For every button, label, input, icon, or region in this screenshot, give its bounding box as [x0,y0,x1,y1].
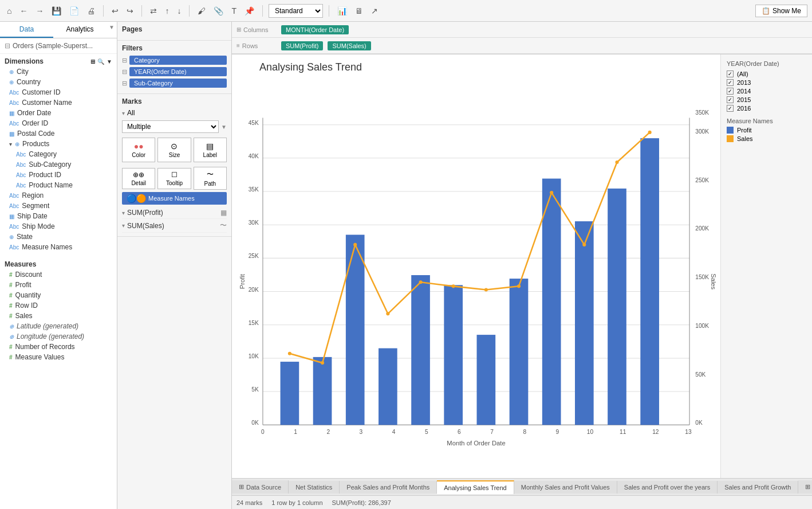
dim-segment[interactable]: Abc Segment [0,201,117,211]
redo-icon[interactable]: ↪ [124,5,136,17]
mea-num-records[interactable]: # Number of Records [0,342,117,352]
dim-customer-id[interactable]: Abc Customer ID [0,87,117,97]
bar-3[interactable] [346,235,365,425]
bar-10[interactable] [575,221,594,425]
dim-category[interactable]: Abc Category [0,149,117,159]
share-icon[interactable]: ↗ [369,5,380,17]
bar-5[interactable] [411,275,430,425]
mea-row-id[interactable]: # Row ID [0,300,117,311]
bar-6[interactable] [444,285,463,425]
tab-analysing-sales[interactable]: Analysing Sales Trend [437,480,514,494]
tab-analytics[interactable]: Analytics [53,22,107,38]
tab-peak-sales[interactable]: Peak Sales and Profit Months [340,481,437,494]
dim-state[interactable]: ⊕ State [0,232,117,242]
sum-sales-collapse[interactable]: ▾ [122,222,125,229]
bar-4[interactable] [379,349,397,425]
print-icon[interactable]: 🖨 [85,5,97,17]
rows-pill-sales[interactable]: SUM(Sales) [328,41,370,50]
search-icon[interactable]: 🔍 [97,58,104,65]
sum-profit-collapse[interactable]: ▾ [122,210,125,216]
mea-latitude[interactable]: ⊕ Latitude (generated) [0,321,117,331]
bar-2[interactable] [313,357,332,425]
dim-ship-date[interactable]: ▦ Ship Date [0,211,117,221]
legend-checkbox-2015[interactable]: ✓ [727,96,734,103]
paint-icon[interactable]: 🖌 [195,5,208,17]
marks-type-select[interactable]: Multiple [122,120,219,133]
dim-products-group[interactable]: ▾ ⊕ Products [0,139,117,149]
rows-pill-profit[interactable]: SUM(Profit) [281,41,323,50]
marks-dropdown-icon[interactable]: ▼ [221,124,227,130]
marks-tooltip-btn[interactable]: ☐ Tooltip [157,168,191,189]
show-me-button[interactable]: 📋 Show Me [755,5,807,17]
grid-icon[interactable]: ⊞ [90,58,95,65]
marks-detail-btn[interactable]: ⊕⊕ Detail [122,168,155,189]
tab-overview[interactable]: ⊞ Overview of the Superstore [798,480,812,494]
dim-sub-category[interactable]: Abc Sub-Category [0,159,117,170]
legend-year-2015[interactable]: ✓ 2015 [727,96,806,103]
save-icon[interactable]: 💾 [49,5,64,17]
undo-icon[interactable]: ↩ [109,5,121,17]
filter-remove-subcategory[interactable]: ⊟ [122,80,127,87]
tab-sales-profit-years[interactable]: Sales and Profit over the years [617,481,718,494]
legend-year-2014[interactable]: ✓ 2014 [727,88,806,95]
bar-7[interactable] [477,335,496,425]
dim-customer-name[interactable]: Abc Customer Name [0,97,117,108]
dim-city[interactable]: ⊕ City [0,66,117,77]
screen-icon[interactable]: 🖥 [353,5,365,17]
measure-names-badge[interactable]: 🔵🟠 Measure Names [122,192,227,205]
mea-discount[interactable]: # Discount [0,269,117,280]
columns-pill[interactable]: MONTH(Order Date) [281,25,349,34]
bar-8[interactable] [510,279,529,425]
sort-desc-icon[interactable]: ↓ [175,5,183,17]
filter-remove-category[interactable]: ⊟ [122,57,127,64]
mea-quantity[interactable]: # Quantity [0,290,117,300]
collapse-icon[interactable]: ▾ [9,141,12,147]
dim-region[interactable]: Abc Region [0,190,117,201]
filter-category-badge[interactable]: Category [129,56,227,65]
dim-order-date[interactable]: ▦ Order Date [0,108,117,118]
legend-checkbox-all[interactable]: ✓ [727,71,734,77]
mea-longitude[interactable]: ⊕ Longitude (generated) [0,331,117,342]
dim-country[interactable]: ⊕ Country [0,77,117,87]
bar-12[interactable] [640,138,659,425]
filter-year-badge[interactable]: YEAR(Order Date) [129,67,227,76]
back-icon[interactable]: ← [17,5,30,17]
tab-data[interactable]: Data [0,22,53,38]
text-icon[interactable]: T [229,5,239,17]
standard-dropdown[interactable]: Standard [269,4,323,18]
chart-icon[interactable]: 📊 [335,5,349,17]
marks-size-btn[interactable]: ⊙ Size [157,138,191,162]
paperclip-icon[interactable]: 📎 [211,5,226,17]
legend-checkbox-2016[interactable]: ✓ [727,105,734,112]
marks-path-btn[interactable]: 〜 Path [194,167,227,190]
bar-11[interactable] [608,189,626,425]
mea-measure-values[interactable]: # Measure Values [0,352,117,362]
forward-icon[interactable]: → [33,5,46,17]
dim-product-id[interactable]: Abc Product ID [0,170,117,180]
filter-subcategory-badge[interactable]: Sub-Category [129,79,227,88]
marks-collapse-icon[interactable]: ▾ [122,110,125,116]
marks-label-btn[interactable]: ▤ Label [194,138,227,162]
new-icon[interactable]: 📄 [67,5,81,17]
tab-data-source[interactable]: ⊞ Data Source [232,480,289,494]
legend-checkbox-2014[interactable]: ✓ [727,88,734,95]
swap-icon[interactable]: ⇄ [148,5,159,17]
marks-color-btn[interactable]: ●● Color [122,138,155,162]
legend-year-all[interactable]: ✓ (All) [727,71,806,77]
dim-order-id[interactable]: Abc Order ID [0,118,117,128]
legend-year-2013[interactable]: ✓ 2013 [727,79,806,86]
bar-1[interactable] [281,362,299,425]
tab-monthly-sales[interactable]: Monthly Sales and Profit Values [514,481,617,494]
sum-profit-row[interactable]: ▾ SUM(Profit) ▦ [122,207,227,219]
legend-checkbox-2013[interactable]: ✓ [727,79,734,86]
home-icon[interactable]: ⌂ [5,5,14,17]
pin-icon[interactable]: 📌 [242,5,257,17]
dim-postal-code[interactable]: ▩ Postal Code [0,128,117,139]
panel-options-icon[interactable]: ▼ [107,22,117,38]
dim-product-name[interactable]: Abc Product Name [0,180,117,190]
mea-sales[interactable]: # Sales [0,311,117,321]
data-source-item[interactable]: ⊟ Orders (Sample-Superst... [0,38,117,54]
legend-year-2016[interactable]: ✓ 2016 [727,105,806,112]
bar-9[interactable] [542,179,561,425]
tab-sales-profit-growth[interactable]: Sales and Profit Growth [718,481,798,494]
